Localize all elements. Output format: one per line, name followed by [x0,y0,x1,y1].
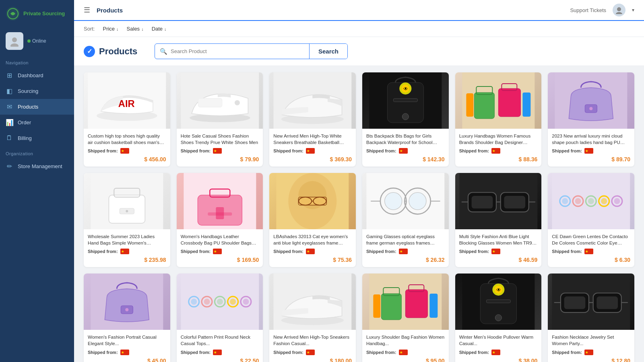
product-info: Colorful Pattern Print Round Neck Casual… [177,330,263,362]
flag-cn [213,148,222,154]
product-image [548,274,634,330]
product-image [455,72,542,129]
product-info: Bts Backpack Bts Bags for Girls Backpack… [362,129,449,167]
sort-date[interactable]: Date ↓ [149,25,170,33]
svg-rect-96 [405,290,427,318]
product-card[interactable]: 2023 New arrival luxury mini cloud shape… [548,72,634,167]
svg-point-32 [590,107,593,110]
sort-price[interactable]: Price ↓ [99,25,122,33]
shipped-from: Shipped from: [366,249,445,254]
product-card[interactable]: Luxury Shoulder Bag Fashion Women Handba… [362,274,449,362]
svg-rect-42 [208,212,232,216]
product-card[interactable]: Women's Handbags Leather Crossbody Bag P… [177,173,263,267]
support-tickets-link[interactable]: Support Tickets [570,7,606,13]
flag-cn [491,249,500,254]
product-price: $ 142.30 [366,156,445,162]
sort-price-label: Price [103,26,115,32]
product-price: $ 26.32 [366,257,445,263]
products-icon: ✉ [6,103,13,111]
check-icon: ✓ [84,46,95,57]
sort-date-label: Date [152,26,163,32]
hamburger-icon[interactable]: ☰ [84,6,90,14]
product-price: $ 45.00 [88,358,166,362]
flag-cn [120,350,129,355]
shipped-from: Shipped from: [459,249,538,254]
product-title: Bts Backpack Bts Bags for Girls Backpack… [366,133,445,146]
avatar [6,32,23,50]
status-dot [27,39,31,43]
product-image: AIR [84,72,170,129]
shipped-from: Shipped from: [181,148,259,154]
product-title: New Arrived Men High-Top Sneakers Fashio… [273,334,352,347]
sidebar-item-label: Sourcing [18,88,38,94]
product-card[interactable]: LBAshades 32013 Cat eye women's anti blu… [269,173,356,267]
logo-text: Private Sourcing [23,10,65,17]
svg-point-72 [562,198,568,204]
svg-text:👁: 👁 [403,86,408,92]
svg-point-89 [230,299,236,305]
svg-rect-21 [393,99,417,102]
product-info: Gaming Glasses optical eyeglass frame ge… [362,229,449,267]
nav-section-navigation: Navigation [0,55,74,68]
shipped-label: Shipped from: [366,249,396,254]
product-card[interactable]: AIR Custom high top shoes high quality a… [84,72,170,167]
sidebar-item-dashboard[interactable]: ⊞ Dashboard [0,68,74,83]
product-price: $ 38.00 [459,358,538,362]
shipped-from: Shipped from: [552,350,630,355]
product-card[interactable]: Gaming Glasses optical eyeglass frame ge… [362,173,449,267]
product-title: LBAshades 32013 Cat eye women's anti blu… [273,233,352,246]
search-input[interactable] [171,48,304,54]
store-management-icon: ✏ [6,162,13,170]
shipped-from: Shipped from: [552,148,630,154]
sidebar-item-order[interactable]: 📊 Order [0,115,74,130]
search-button[interactable]: Search [309,44,347,59]
product-image [455,173,542,229]
shipped-from: Shipped from: [181,249,259,254]
product-image [548,173,634,229]
product-card[interactable]: Wholesale Summer 2023 Ladies Hand Bags S… [84,173,170,267]
product-card[interactable]: New Arrived Men High-Top White Sneakers … [269,72,356,167]
search-area: ✓ Products 🔍 Search [74,37,644,66]
svg-rect-13 [198,99,222,107]
product-image [177,173,263,229]
topbar-avatar[interactable] [613,4,625,16]
sidebar-item-sourcing[interactable]: ◧ Sourcing [0,83,74,99]
product-card[interactable]: Hote Sale Casual Shoes Fashion Shoes Tre… [177,72,263,167]
logo-icon [6,6,20,21]
svg-point-88 [217,299,223,305]
shipped-from: Shipped from: [459,350,538,355]
svg-point-86 [191,299,197,305]
product-card[interactable]: Colorful Pattern Print Round Neck Casual… [177,274,263,362]
shipped-label: Shipped from: [88,249,118,254]
svg-point-12 [235,100,240,105]
shipped-from: Shipped from: [273,249,352,254]
product-card[interactable]: New Arrived Men High-Top Sneakers Fashio… [269,274,356,362]
sidebar-item-products[interactable]: ✉ Products [0,99,74,115]
product-price: $ 456.00 [88,156,166,162]
flag-cn [306,350,315,355]
product-info: Wholesale Summer 2023 Ladies Hand Bags S… [84,229,170,267]
svg-rect-105 [486,300,510,303]
shipped-label: Shipped from: [366,148,396,153]
product-card[interactable]: Fashion Necklace Jewelry Set Women Party… [548,274,634,362]
user-section: Online [0,27,74,55]
svg-point-75 [601,198,607,204]
product-title: Winter Men's Hoodie Pullover Warm Casual… [459,334,538,347]
product-title: Wholesale Summer 2023 Ladies Hand Bags S… [88,233,166,246]
product-card[interactable]: CE Dawn Green Lentes De Contacto De Colo… [548,173,634,267]
topbar-chevron-icon[interactable]: ▾ [632,7,634,13]
product-image [177,72,263,129]
shipped-from: Shipped from: [88,148,166,154]
product-card[interactable]: 👁 Bts Backpack Bts Bags for Girls Backpa… [362,72,449,167]
flag-cn [306,249,315,254]
sidebar-item-billing[interactable]: 🗒 Billing [0,130,74,146]
product-card[interactable]: Multi Style Fashion Anti Blue Light Bloc… [455,173,542,267]
product-card[interactable]: Luxury Handbags Women Famous Brands Shou… [455,72,542,167]
sort-sales[interactable]: Sales ↓ [124,25,147,33]
shipped-label: Shipped from: [181,350,211,355]
sidebar-item-store-management[interactable]: ✏ Store Management [0,158,74,174]
product-title: Gaming Glasses optical eyeglass frame ge… [366,233,445,246]
product-card[interactable]: Women's Fashion Portrait Casual Elegant … [84,274,170,362]
shipped-from: Shipped from: [273,148,352,154]
product-card[interactable]: 👁 Winter Men's Hoodie Pullover Warm Casu… [455,274,542,362]
